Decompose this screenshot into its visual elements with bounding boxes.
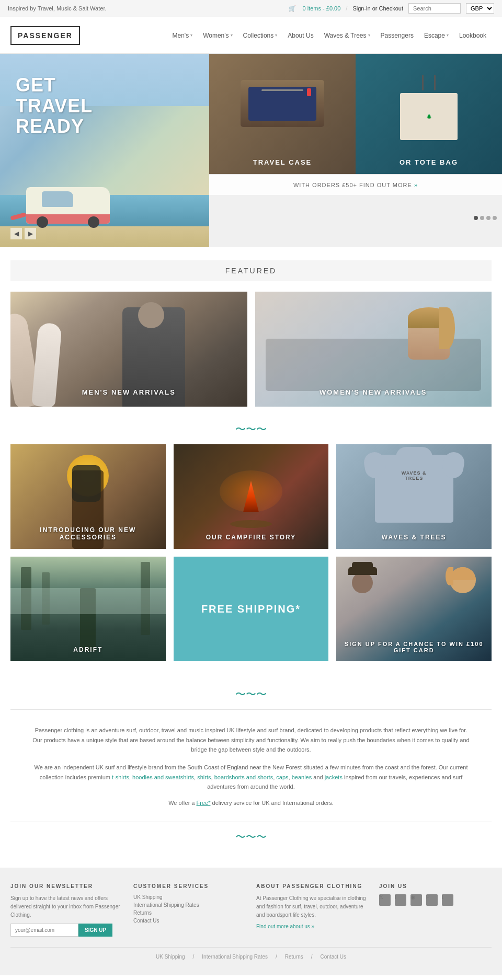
about-link[interactable]: Find out more about us »	[256, 924, 369, 929]
gift-card-item[interactable]: SIGN UP FOR A CHANCE TO WIN £100 GIFT CA…	[336, 557, 492, 661]
link-beanies[interactable]: beanies	[292, 774, 312, 780]
campfire-item[interactable]: OUR CAMPFIRE STORY	[174, 444, 329, 549]
hero-dot-3[interactable]	[486, 216, 490, 220]
tshirt: WAVES & TREES	[375, 455, 453, 538]
travel-case-label: TRAVEL CASE	[209, 158, 356, 166]
footer-bottom: UK Shipping / International Shipping Rat…	[10, 947, 492, 960]
hero-dot-1[interactable]	[474, 216, 478, 220]
featured-grid: MEN'S NEW ARRIVALS WOMEN'S NEW ARRIVALS	[10, 292, 492, 407]
instagram-icon[interactable]: ◉	[410, 894, 422, 906]
currency-select[interactable]: GBP USD EUR	[466, 3, 494, 14]
hat-crown	[352, 562, 373, 572]
footer-contact[interactable]: Contact Us	[321, 954, 346, 960]
signup-button[interactable]: Sign Up	[78, 924, 112, 937]
hero-travel-case[interactable]: TRAVEL CASE	[209, 54, 356, 174]
newsletter-title: JOIN OUR NEWSLETTER	[10, 883, 123, 889]
about-text: At Passenger Clothing we specialise in c…	[256, 894, 369, 919]
hair	[408, 307, 450, 328]
backpack	[72, 465, 101, 502]
nav-passengers[interactable]: Passengers	[375, 27, 419, 44]
returns-link[interactable]: Returns	[133, 910, 246, 916]
zipper-pull	[307, 88, 311, 96]
facebook-icon[interactable]: f	[395, 894, 406, 906]
adrift-item[interactable]: ADRIFT	[10, 557, 166, 661]
customer-title: CUSTOMER SERVICES	[133, 883, 246, 889]
mist	[10, 588, 166, 614]
link-boardshorts[interactable]: boardshorts and shorts	[214, 774, 273, 780]
nav-lookbook[interactable]: Lookbook	[454, 27, 492, 44]
intl-shipping-link[interactable]: International Shipping Rates	[133, 902, 246, 908]
footer-social: JOIN US 𝕏 f ◉ P t	[379, 883, 492, 937]
social-icons: 𝕏 f ◉ P t	[379, 894, 492, 908]
mens-label: MEN'S NEW ARRIVALS	[10, 388, 247, 396]
footer-returns[interactable]: Returns	[285, 954, 303, 960]
divider: /	[346, 5, 347, 11]
pinterest-icon[interactable]: P	[426, 894, 438, 906]
nav-mens[interactable]: Men's ▾	[167, 27, 198, 44]
link-hoodies[interactable]: hoodies and sweatshirts	[132, 774, 194, 780]
cart-icon: 🛒	[289, 5, 296, 12]
search-input[interactable]	[408, 3, 461, 14]
logo[interactable]: PASSENGER	[10, 26, 80, 45]
link-caps[interactable]: caps	[276, 774, 288, 780]
free-shipping-item[interactable]: FREE SHIPPING*	[174, 557, 329, 661]
footer-intl-shipping[interactable]: International Shipping Rates	[202, 954, 268, 960]
newsletter-desc: Sign up to have the latest news and offe…	[10, 894, 123, 919]
nav-collections[interactable]: Collections ▾	[238, 27, 283, 44]
link-tshirts[interactable]: t-shirts	[112, 774, 129, 780]
footer-uk-shipping[interactable]: UK Shipping	[156, 954, 185, 960]
footer-sep-1: /	[193, 954, 195, 960]
desc-para1: Passenger clothing is an adventure surf,…	[31, 725, 471, 755]
nav-womens[interactable]: Women's ▾	[198, 27, 237, 44]
footer-customer: CUSTOMER SERVICES UK Shipping Internatio…	[133, 883, 246, 937]
uk-shipping-link[interactable]: UK Shipping	[133, 894, 246, 900]
cart-link[interactable]: 0 items - £0.00	[303, 5, 341, 11]
about-title: ABOUT PASSENGER CLOTHING	[256, 883, 369, 889]
shirt-text: WAVES & TREES	[394, 470, 433, 481]
man-figure	[347, 572, 378, 630]
van-window	[42, 191, 73, 207]
tagline: Inspired by Travel, Music & Salt Water.	[8, 5, 107, 11]
email-input[interactable]	[10, 924, 78, 937]
hair-side-blonde	[446, 567, 453, 585]
contact-link[interactable]: Contact Us	[133, 918, 246, 924]
waves-trees-bg: WAVES & TREES	[336, 444, 492, 549]
footer-grid: JOIN OUR NEWSLETTER Sign up to have the …	[10, 883, 492, 937]
woman-head	[408, 307, 450, 360]
promo-link[interactable]: »	[414, 182, 418, 188]
hero-tote-bag[interactable]: 🌲 OR TOTE BAG	[356, 54, 502, 174]
tumblr-icon[interactable]: t	[442, 894, 453, 906]
campfire-label: OUR CAMPFIRE STORY	[174, 534, 329, 541]
sleeve-l	[362, 451, 387, 480]
accessories-label: INTRODUCING OUR NEW ACCESSORIES	[10, 526, 166, 541]
free-delivery-text: We offer a Free* delivery service for UK…	[31, 800, 471, 806]
accessories-item[interactable]: INTRODUCING OUR NEW ACCESSORIES	[10, 444, 166, 549]
woman-figure	[444, 567, 481, 630]
adrift-bg	[10, 557, 166, 661]
hero-right: FREE TRAVEL CASE	[209, 54, 502, 247]
hero-dot-4[interactable]	[493, 216, 497, 220]
footer-sep-3: /	[311, 954, 313, 960]
hero-text: GET TRAVEL READY	[16, 75, 93, 137]
tote-print: 🌲	[424, 111, 435, 122]
top-bar-right: 🛒 0 items - £0.00 / Sign-in or Checkout …	[289, 3, 494, 14]
link-shirts[interactable]: shirts	[197, 774, 211, 780]
nav-escape[interactable]: Escape ▾	[419, 27, 454, 44]
wavy-divider-1: 〜〜〜	[0, 414, 502, 444]
face-man	[352, 572, 373, 593]
womens-label: WOMEN'S NEW ARRIVALS	[255, 388, 492, 396]
free-link[interactable]: Free*	[197, 800, 211, 806]
signin-link[interactable]: Sign-in or Checkout	[352, 5, 403, 11]
adrift-label: ADRIFT	[10, 646, 166, 653]
hero-dot-2[interactable]	[480, 216, 484, 220]
featured-mens[interactable]: MEN'S NEW ARRIVALS	[10, 292, 247, 407]
grid-row-2: ADRIFT FREE SHIPPING*	[10, 557, 492, 661]
nav-waves-trees[interactable]: Waves & Trees ▾	[319, 27, 375, 44]
wavy-divider-3: 〜〜〜	[0, 822, 502, 852]
nav-about[interactable]: About Us	[282, 27, 318, 44]
twitter-icon[interactable]: 𝕏	[379, 894, 391, 906]
waves-trees-item[interactable]: WAVES & TREES WAVES & TREES	[336, 444, 492, 549]
featured-womens[interactable]: WOMEN'S NEW ARRIVALS	[255, 292, 492, 407]
link-jackets[interactable]: jackets	[325, 774, 343, 780]
free-shipping-text: FREE SHIPPING*	[201, 603, 301, 615]
